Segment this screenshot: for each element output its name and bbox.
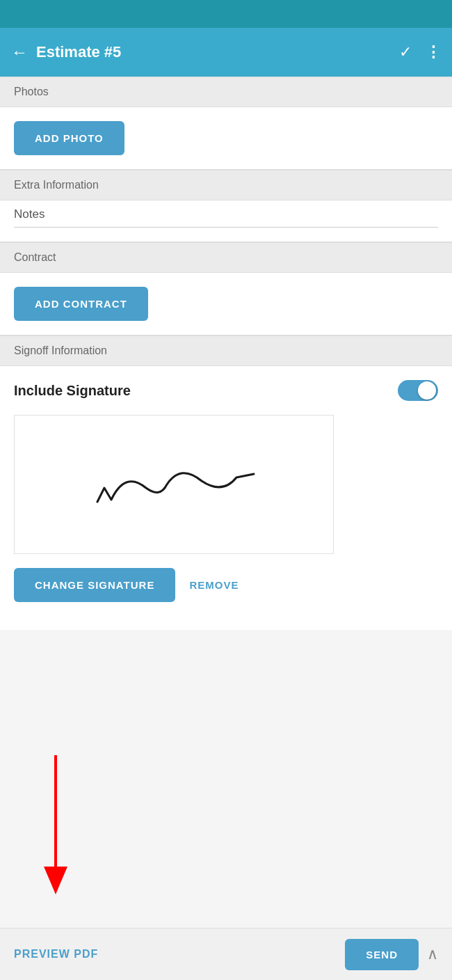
bottom-bar: PREVIEW PDF SEND ∧: [0, 928, 452, 980]
photos-label: Photos: [14, 86, 49, 97]
back-icon[interactable]: ←: [11, 42, 28, 62]
notes-underline: [14, 227, 438, 228]
bottom-right-actions: SEND ∧: [345, 939, 438, 970]
signature-box: [14, 415, 334, 554]
preview-pdf-button[interactable]: PREVIEW PDF: [14, 948, 98, 961]
page-title: Estimate #5: [36, 43, 399, 61]
more-icon[interactable]: ⋮: [426, 43, 441, 61]
contract-content: ADD CONTRACT: [0, 273, 452, 335]
photos-section-header: Photos: [0, 77, 452, 107]
signature-svg: [70, 450, 278, 519]
signoff-section-header: Signoff Information: [0, 335, 452, 366]
contract-section-header: Contract: [0, 242, 452, 273]
notes-area: Notes: [0, 200, 452, 242]
add-photo-button[interactable]: ADD PHOTO: [14, 121, 124, 155]
send-button[interactable]: SEND: [345, 939, 419, 970]
extra-info-label: Extra Information: [14, 179, 99, 191]
include-signature-toggle[interactable]: [398, 380, 438, 401]
signature-buttons: CHANGE SIGNATURE REMOVE: [14, 568, 438, 602]
extra-info-section-header: Extra Information: [0, 170, 452, 200]
signoff-label: Signoff Information: [14, 345, 107, 356]
remove-button[interactable]: REMOVE: [189, 579, 239, 591]
chevron-up-icon[interactable]: ∧: [427, 945, 438, 963]
signoff-content: Include Signature CHANGE SIGNATURE REMOV…: [0, 366, 452, 630]
notes-label: Notes: [14, 207, 438, 221]
red-arrow-annotation: [38, 755, 73, 897]
svg-marker-1: [44, 867, 67, 894]
change-signature-button[interactable]: CHANGE SIGNATURE: [14, 568, 175, 602]
toolbar: ← Estimate #5 ✓ ⋮: [0, 28, 452, 77]
include-signature-label: Include Signature: [14, 383, 131, 399]
status-bar: [0, 0, 452, 28]
check-icon[interactable]: ✓: [399, 43, 412, 61]
photos-content: ADD PHOTO: [0, 107, 452, 169]
include-signature-row: Include Signature: [14, 380, 438, 401]
toggle-thumb: [418, 381, 436, 400]
contract-label: Contract: [14, 251, 56, 263]
add-contract-button[interactable]: ADD CONTRACT: [14, 287, 148, 321]
